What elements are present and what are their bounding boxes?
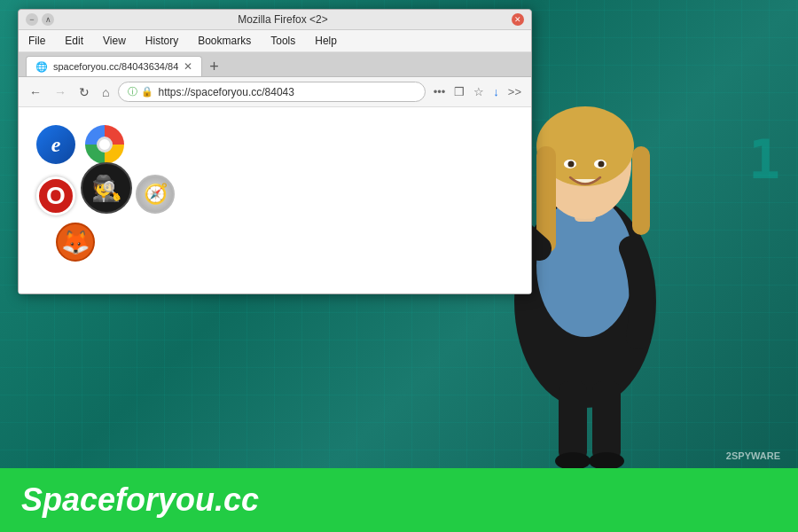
maximize-button[interactable]: ∧ xyxy=(42,13,54,26)
back-button[interactable]: ← xyxy=(26,83,45,101)
url-text: https://spaceforyou.cc/84043 xyxy=(159,86,416,98)
window-title: Mozilla Firefox <2> xyxy=(54,13,512,26)
nav-actions: ••• ❒ ☆ ↓ >> xyxy=(431,83,524,100)
active-tab[interactable]: 🌐 spaceforyou.cc/84043634/84 ✕ xyxy=(26,56,202,76)
close-button[interactable]: ✕ xyxy=(512,13,524,26)
pocket-button[interactable]: ❒ xyxy=(451,83,467,100)
title-bar: − ∧ Mozilla Firefox <2> ✕ xyxy=(19,10,531,30)
close-controls: ✕ xyxy=(512,13,524,26)
svg-point-9 xyxy=(568,161,575,168)
svg-point-14 xyxy=(589,452,624,470)
menu-help[interactable]: Help xyxy=(312,33,340,49)
digit-decoration: 1 xyxy=(748,133,780,186)
bottom-bar: Spaceforyou.cc xyxy=(0,468,798,532)
opera-icon: O xyxy=(36,176,75,215)
bottom-bar-title: Spaceforyou.cc xyxy=(21,481,259,519)
menu-edit[interactable]: Edit xyxy=(62,33,86,49)
ie-icon: e xyxy=(36,125,75,164)
menu-history[interactable]: History xyxy=(143,33,181,49)
address-bar[interactable]: ⓘ 🔒 https://spaceforyou.cc/84043 xyxy=(118,82,425,102)
tab-favicon: 🌐 xyxy=(35,61,48,73)
title-bar-controls: − ∧ xyxy=(26,13,54,26)
expand-button[interactable]: >> xyxy=(505,83,524,100)
home-button[interactable]: ⌂ xyxy=(98,83,113,101)
firefox-icon: 🦊 xyxy=(56,223,95,262)
forward-button[interactable]: → xyxy=(51,83,70,101)
minimize-button[interactable]: − xyxy=(26,13,38,26)
nav-bar: ← → ↻ ⌂ ⓘ 🔒 https://spaceforyou.cc/84043… xyxy=(19,77,531,107)
hacker-icon: 🕵️ xyxy=(81,162,132,214)
tab-bar: 🌐 spaceforyou.cc/84043634/84 ✕ + xyxy=(19,52,531,77)
svg-rect-6 xyxy=(632,146,650,235)
safari-icon: 🧭 xyxy=(136,175,175,214)
refresh-button[interactable]: ↻ xyxy=(75,83,93,101)
more-button[interactable]: ••• xyxy=(431,83,449,100)
new-tab-button[interactable]: + xyxy=(206,59,223,74)
browser-window: − ∧ Mozilla Firefox <2> ✕ File Edit View… xyxy=(18,9,532,294)
chrome-center xyxy=(97,137,113,153)
svg-point-13 xyxy=(555,452,591,470)
bookmark-button[interactable]: ☆ xyxy=(471,83,487,100)
svg-rect-11 xyxy=(559,381,587,461)
menu-file[interactable]: File xyxy=(26,33,48,49)
watermark: 2SPYWARE xyxy=(726,450,780,461)
browser-icons-cluster: e O 🕵️ 🧭 🦊 xyxy=(36,125,214,276)
chrome-icon xyxy=(85,125,124,164)
tab-close-button[interactable]: ✕ xyxy=(184,60,192,73)
menu-bar: File Edit View History Bookmarks Tools H… xyxy=(19,30,531,52)
menu-view[interactable]: View xyxy=(100,33,129,49)
svg-point-10 xyxy=(598,161,605,168)
menu-bookmarks[interactable]: Bookmarks xyxy=(195,33,254,49)
security-info-icon: ⓘ 🔒 xyxy=(128,85,153,98)
browser-content: e O 🕵️ 🧭 🦊 xyxy=(19,107,531,293)
menu-tools[interactable]: Tools xyxy=(268,33,298,49)
tab-label: spaceforyou.cc/84043634/84 xyxy=(53,61,178,72)
download-button[interactable]: ↓ xyxy=(490,83,502,100)
svg-rect-12 xyxy=(592,381,621,461)
